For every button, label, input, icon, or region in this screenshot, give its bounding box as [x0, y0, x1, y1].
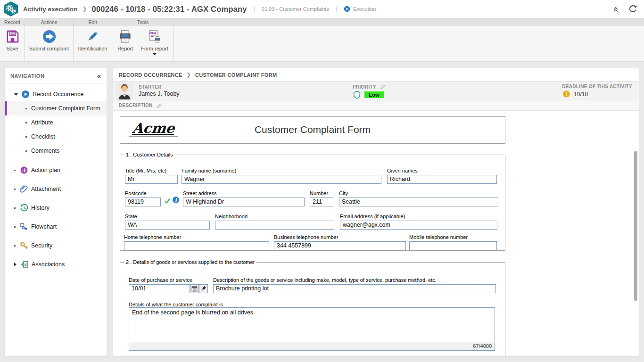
nav-item-record-occurrence[interactable]: Record Occurrence [5, 87, 107, 101]
complaint-details-textarea[interactable]: End of the second page is blurred on all… [129, 308, 495, 342]
flowchart-icon [20, 222, 28, 231]
collapsed-caret-icon [14, 263, 17, 266]
nav-item-label: Flowchart [31, 223, 57, 230]
purchase-date-input[interactable] [129, 284, 190, 293]
history-clock-icon [20, 204, 28, 212]
bullet-icon [25, 150, 27, 152]
calendar-button[interactable] [190, 284, 199, 293]
form-report-button[interactable]: Form report [138, 28, 171, 56]
email-input[interactable] [340, 221, 497, 230]
navigation-title: NAVIGATION [10, 73, 44, 79]
action-plan-hexagon-icon [20, 166, 28, 174]
priority-badge: Low [364, 91, 384, 98]
goods-details-section: 2 . Details of goods or services supplie… [120, 259, 505, 356]
complaint-details-field: End of the second page is blurred on all… [129, 307, 495, 351]
submit-complaint-button[interactable]: Submit complaint [26, 28, 72, 52]
state-input[interactable] [125, 221, 210, 230]
description-section-header: DESCRIPTION [113, 100, 639, 111]
app-title: Activity execution [23, 6, 78, 13]
nav-item-label: Record Occurrence [33, 91, 83, 98]
postcode-input[interactable] [125, 197, 161, 206]
family-name-field: Family name (surname) [182, 168, 381, 184]
refresh-icon[interactable] [628, 4, 637, 14]
ribbon-group-label: Record [0, 18, 25, 26]
save-button[interactable]: Save [2, 28, 23, 52]
family-name-input[interactable] [182, 175, 381, 184]
nav-item-history[interactable]: History [5, 198, 107, 217]
city-field: City [339, 190, 498, 206]
goods-description-input[interactable] [213, 284, 496, 293]
eraser-icon [200, 286, 206, 292]
deadline-label: DEADLINE OF THIS ACTIVITY [562, 84, 632, 89]
section-breadcrumb: RECORD OCCURRENCE ❯ CUSTOMER COMPLAINT F… [113, 68, 639, 82]
nav-item-label: Security [31, 242, 52, 249]
step-name: Execution [353, 6, 376, 12]
nav-item-attribute[interactable]: Attribute [5, 115, 107, 130]
panel-collapse-icon[interactable]: « [97, 72, 101, 80]
nav-item-label: Customer Complaint Form [31, 105, 100, 112]
home-phone-input[interactable] [124, 241, 269, 250]
pencil-icon [85, 29, 100, 44]
nav-item-comments[interactable]: Comments [5, 144, 107, 158]
mobile-phone-field: Mobile telephone number [409, 234, 497, 250]
edit-pencil-icon[interactable] [157, 103, 162, 108]
nav-item-label: Attribute [31, 119, 53, 126]
nav-item-flowchart[interactable]: Flowchart [5, 217, 107, 236]
submit-arrow-circle-icon [42, 29, 57, 44]
neighborhood-field: Neighborhood [215, 214, 334, 230]
complaint-form: Acme Customer Complaint Form 1 . Custome… [113, 111, 639, 356]
nav-item-action-plan[interactable]: Action plan [5, 161, 107, 180]
nav-item-associations[interactable]: Associations [5, 255, 107, 274]
nav-item-label: Attachment [31, 186, 61, 192]
postcode-field: Postcode [125, 190, 161, 206]
section-legend: 1 . Customer Details [124, 152, 175, 157]
shield-icon [353, 90, 361, 99]
title-input[interactable] [125, 175, 178, 184]
button-label: Form report [141, 46, 168, 51]
starter-avatar [116, 82, 133, 99]
bullet-icon [14, 226, 16, 228]
nav-item-customer-complaint-form[interactable]: Customer Complaint Form [5, 101, 107, 115]
report-button[interactable]: Report [115, 28, 136, 52]
email-field: Email address (if applicable) [340, 214, 497, 230]
business-phone-field: Business telephone number [274, 234, 406, 250]
vertical-scrollbar[interactable] [634, 151, 637, 301]
clear-date-button[interactable] [199, 284, 208, 293]
edit-pencil-icon[interactable] [380, 84, 386, 90]
nav-item-attachment[interactable]: Attachment [5, 180, 107, 198]
info-circle-icon[interactable]: i [173, 197, 179, 203]
city-input[interactable] [339, 197, 498, 206]
street-address-field: Street address [183, 190, 305, 206]
neighborhood-input[interactable] [215, 221, 334, 230]
goods-description-field: Description of the goods or service incl… [213, 277, 496, 293]
business-phone-input[interactable] [274, 241, 406, 250]
navigation-tree: Record Occurrence Customer Complaint For… [5, 83, 107, 274]
paperclip-icon [20, 185, 28, 193]
deadline-block: DEADLINE OF THIS ACTIVITY 10/18 [562, 84, 632, 98]
breadcrumb-parent[interactable]: RECORD OCCURRENCE [119, 72, 182, 78]
warning-circle-icon [563, 90, 570, 98]
identification-button[interactable]: Identification [75, 28, 110, 52]
bullet-icon [25, 122, 27, 123]
street-address-input[interactable] [183, 197, 305, 206]
description-label: DESCRIPTION [119, 103, 153, 108]
given-names-input[interactable] [387, 175, 497, 184]
divider: | [336, 6, 337, 12]
breadcrumb-chevron-icon: ❯ [187, 72, 191, 78]
ribbon-toolbar: Record Save Actions Submit complaint [0, 18, 644, 62]
bullet-icon [14, 189, 16, 190]
mobile-phone-input[interactable] [409, 241, 497, 250]
app-logo-icon [3, 1, 18, 17]
collapse-chevrons-icon[interactable] [611, 4, 620, 14]
nav-item-checklist[interactable]: Checklist [5, 130, 107, 144]
nav-item-security[interactable]: Security [5, 236, 107, 255]
home-phone-field: Home telephone number [124, 234, 269, 250]
number-input[interactable] [310, 197, 333, 206]
given-names-field: Given names [387, 168, 497, 184]
nav-item-label: Action plan [31, 167, 60, 173]
printer-icon [118, 29, 132, 44]
character-counter: 67/4000 [129, 342, 495, 350]
complaint-details-label: Details of what the customer complaint i… [129, 302, 223, 307]
ribbon-group-tools: Tools Report [112, 18, 174, 61]
bullet-icon [25, 108, 27, 109]
